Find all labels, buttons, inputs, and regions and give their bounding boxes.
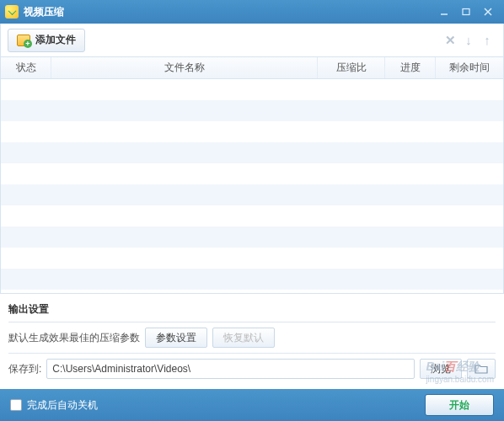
col-status[interactable]: 状态 (1, 57, 51, 78)
table-row[interactable] (1, 121, 503, 142)
table-row[interactable] (1, 269, 503, 290)
shutdown-checkbox-label[interactable]: 完成后自动关机 (10, 398, 98, 413)
maximize-button[interactable] (455, 4, 477, 19)
svg-rect-1 (463, 9, 469, 15)
param-settings-button[interactable]: 参数设置 (145, 328, 207, 348)
close-button[interactable] (477, 4, 499, 19)
shutdown-text: 完成后自动关机 (27, 398, 98, 413)
move-up-icon[interactable]: ↑ (478, 31, 496, 50)
divider (8, 353, 496, 354)
table-header: 状态 文件名称 压缩比 进度 剩余时间 (1, 57, 503, 79)
table-row[interactable] (1, 226, 503, 248)
minimize-button[interactable] (433, 4, 455, 19)
table-body (1, 79, 503, 293)
table-row[interactable] (1, 100, 503, 121)
table-row[interactable] (1, 248, 503, 269)
open-folder-button[interactable] (467, 359, 496, 379)
shutdown-checkbox[interactable] (10, 399, 22, 411)
table-row[interactable] (1, 79, 503, 100)
save-to-label: 保存到: (8, 362, 41, 376)
folder-add-icon (17, 35, 30, 46)
add-file-button[interactable]: 添加文件 (8, 29, 85, 52)
start-button[interactable]: 开始 (425, 394, 494, 416)
col-name[interactable]: 文件名称 (51, 57, 318, 78)
file-table: 状态 文件名称 压缩比 进度 剩余时间 (0, 57, 504, 294)
reset-default-button[interactable]: 恢复默认 (212, 328, 275, 348)
title-bar: 视频压缩 (0, 0, 504, 24)
move-down-icon[interactable]: ↓ (459, 31, 478, 50)
col-time[interactable]: 剩余时间 (436, 57, 503, 78)
output-section-title: 输出设置 (8, 299, 496, 322)
col-progress[interactable]: 进度 (385, 57, 436, 78)
output-section: 输出设置 默认生成效果最佳的压缩参数 参数设置 恢复默认 保存到: 浏览 (0, 294, 504, 387)
save-path-input[interactable] (46, 359, 415, 379)
table-row[interactable] (1, 142, 503, 163)
bottom-bar: 完成后自动关机 开始 (0, 389, 504, 421)
divider (8, 322, 496, 322)
col-ratio[interactable]: 压缩比 (318, 57, 385, 78)
toolbar: 添加文件 ✕ ↓ ↑ (0, 24, 504, 57)
table-row[interactable] (1, 163, 503, 184)
table-row[interactable] (1, 184, 503, 205)
window-title: 视频压缩 (24, 5, 433, 19)
open-folder-icon (475, 364, 488, 374)
remove-icon[interactable]: ✕ (441, 31, 459, 50)
add-file-label: 添加文件 (35, 33, 76, 47)
param-hint-text: 默认生成效果最佳的压缩参数 (8, 331, 140, 345)
table-row[interactable] (1, 205, 503, 226)
browse-button[interactable]: 浏览 (420, 359, 462, 379)
app-icon (5, 5, 19, 19)
